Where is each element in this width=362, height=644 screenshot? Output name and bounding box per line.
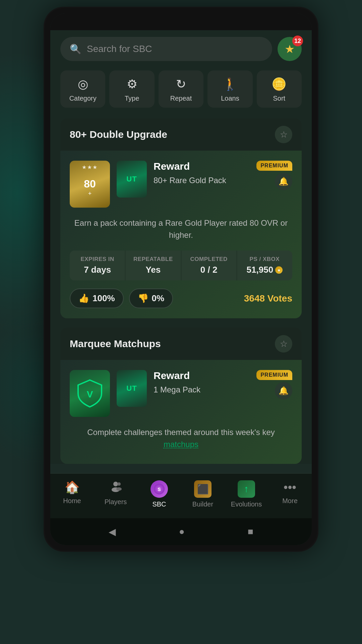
downvote-button-1[interactable]: 👎 0% xyxy=(129,288,173,308)
type-label: Type xyxy=(125,95,139,102)
loans-label: Loans xyxy=(221,95,239,102)
nav-label-more: More xyxy=(282,497,298,505)
search-row: 🔍 Search for SBC ★ 12 xyxy=(60,37,302,61)
favorite-button-2[interactable]: ☆ xyxy=(275,335,292,353)
notification-button[interactable]: ★ 12 xyxy=(278,37,302,61)
thumbs-down-icon-1: 👎 xyxy=(138,293,148,304)
stats-row-1: EXPIRES IN 7 days REPEATABLE Yes COMPLET… xyxy=(70,251,292,280)
nav-item-evolutions[interactable]: ↑ Evolutions xyxy=(226,480,266,508)
vote-row-1: 👍 100% 👎 0% 3648 Votes xyxy=(70,288,292,308)
nav-label-evolutions: Evolutions xyxy=(231,500,262,508)
stat-completed-value-1: 0 / 2 xyxy=(185,265,233,275)
thumbs-up-icon-1: 👍 xyxy=(78,293,89,304)
players-icon xyxy=(110,480,122,495)
repeat-icon: ↻ xyxy=(176,77,186,91)
stat-cost-label-1: PS / XBOX xyxy=(241,256,288,263)
search-placeholder-text: Search for SBC xyxy=(87,44,152,54)
stat-completed-1: COMPLETED 0 / 2 xyxy=(181,251,237,280)
sbc-card-inner-2: V UT Reward 1 Mega Pack xyxy=(60,360,302,464)
bell-icon-1: 🔔 xyxy=(279,177,289,186)
favorite-icon-2: ☆ xyxy=(280,339,288,349)
premium-bell-1[interactable]: 🔔 xyxy=(275,173,292,190)
filter-loans-button[interactable]: 🚶 Loans xyxy=(207,70,252,108)
pack-image-1: UT xyxy=(117,161,147,198)
svg-text:S: S xyxy=(158,487,161,492)
search-bar[interactable]: 🔍 Search for SBC xyxy=(60,37,272,61)
bell-icon-2: 🔔 xyxy=(279,386,289,395)
nav-item-players[interactable]: Players xyxy=(96,480,136,508)
nav-item-home[interactable]: 🏠 Home xyxy=(52,480,92,508)
nav-item-more[interactable]: ••• More xyxy=(270,480,310,508)
sbc-section-header-2: Marquee Matchups ☆ xyxy=(60,328,302,360)
builder-nav-icon: ⬛ xyxy=(194,480,212,498)
promo-headline: SBCs xyxy=(81,590,281,621)
type-icon: ⚙ xyxy=(127,77,137,91)
pack-ut-label-1: UT xyxy=(126,175,137,183)
svg-point-1 xyxy=(113,482,118,486)
android-back-button[interactable]: ◀ xyxy=(109,526,116,537)
sbc-section-double-upgrade: 80+ Double Upgrade ☆ 80 + xyxy=(60,118,302,318)
nav-item-builder[interactable]: ⬛ Builder xyxy=(183,480,223,508)
premium-badge-2: PREMIUM xyxy=(256,370,292,380)
filter-repeat-button[interactable]: ↻ Repeat xyxy=(159,70,203,108)
android-navigation-bar: ◀ ● ■ xyxy=(50,518,312,545)
stat-cost-value-1: 51,950 ● xyxy=(241,265,288,275)
promo-section: SBCs Find the Cheapest SBC Solutions xyxy=(71,570,291,644)
page-indicator xyxy=(172,552,190,570)
stat-repeatable-label-1: REPEATABLE xyxy=(129,256,177,263)
status-bar xyxy=(50,13,312,30)
filter-type-button[interactable]: ⚙ Type xyxy=(109,70,154,108)
stat-expires-value-1: 7 days xyxy=(74,265,121,275)
favorite-button-1[interactable]: ☆ xyxy=(275,126,292,143)
sbc-card-inner-1: 80 + UT Reward 80+ Rare Gold Pack xyxy=(60,151,302,318)
sbc-nav-icon: S xyxy=(150,480,168,498)
home-icon: 🏠 xyxy=(65,480,80,494)
player-card-badge-1: 80 + xyxy=(70,161,110,208)
coin-icon-1: ● xyxy=(275,266,283,274)
android-recents-button[interactable]: ■ xyxy=(248,526,253,537)
vote-count-1: 3648 Votes xyxy=(244,293,292,304)
search-icon: 🔍 xyxy=(70,44,81,55)
loans-icon: 🚶 xyxy=(223,77,238,91)
category-icon: ◎ xyxy=(78,77,88,91)
shield-svg: V xyxy=(76,378,103,409)
svg-text:V: V xyxy=(87,389,93,399)
promo-subtext: Find the Cheapest SBC Solutions xyxy=(81,628,281,643)
bottom-navigation: 🏠 Home Players xyxy=(50,473,312,518)
stat-expires-1: EXPIRES IN 7 days xyxy=(70,251,125,280)
nav-label-builder: Builder xyxy=(192,500,213,508)
filter-category-button[interactable]: ◎ Category xyxy=(60,70,105,108)
reward-subtitle-1: 80+ Rare Gold Pack xyxy=(154,175,292,186)
sbc-reward-row-1: 80 + UT Reward 80+ Rare Gold Pack xyxy=(70,161,292,208)
notification-badge: 12 xyxy=(292,36,303,46)
nav-label-sbc: SBC xyxy=(152,500,166,508)
upvote-button-1[interactable]: 👍 100% xyxy=(70,288,124,308)
pack-ut-label-2: UT xyxy=(126,384,137,393)
premium-bell-2[interactable]: 🔔 xyxy=(275,382,292,399)
active-dot xyxy=(179,558,183,563)
pack-image-2: UT xyxy=(117,370,147,407)
sort-icon: 🪙 xyxy=(272,77,287,91)
android-home-button[interactable]: ● xyxy=(179,526,185,537)
star-icon: ★ xyxy=(285,42,295,56)
sbc-section-title-1: 80+ Double Upgrade xyxy=(70,129,167,140)
upvote-pct-1: 100% xyxy=(93,293,115,304)
stat-completed-label-1: COMPLETED xyxy=(185,256,233,263)
evolutions-nav-icon: ↑ xyxy=(238,480,255,498)
downvote-pct-1: 0% xyxy=(152,293,165,304)
category-label: Category xyxy=(69,95,97,102)
sbc-description-1: Earn a pack containing a Rare Gold Playe… xyxy=(70,217,292,241)
filter-sort-button[interactable]: 🪙 Sort xyxy=(257,70,302,108)
svg-point-4 xyxy=(116,487,122,491)
stat-repeatable-value-1: Yes xyxy=(129,265,177,275)
reward-subtitle-2: 1 Mega Pack xyxy=(154,384,292,395)
nav-item-sbc[interactable]: S SBC xyxy=(139,480,179,508)
filter-row: ◎ Category ⚙ Type ↻ Repeat 🚶 Loans xyxy=(60,70,302,108)
nav-label-players: Players xyxy=(105,498,127,506)
sort-label: Sort xyxy=(273,95,285,102)
premium-badge-1: PREMIUM xyxy=(256,161,292,171)
sbc-description-2: Complete challenges themed around this w… xyxy=(70,426,292,454)
sbc-section-header-1: 80+ Double Upgrade ☆ xyxy=(60,118,302,151)
svg-point-3 xyxy=(117,482,121,486)
nav-label-home: Home xyxy=(63,497,81,505)
